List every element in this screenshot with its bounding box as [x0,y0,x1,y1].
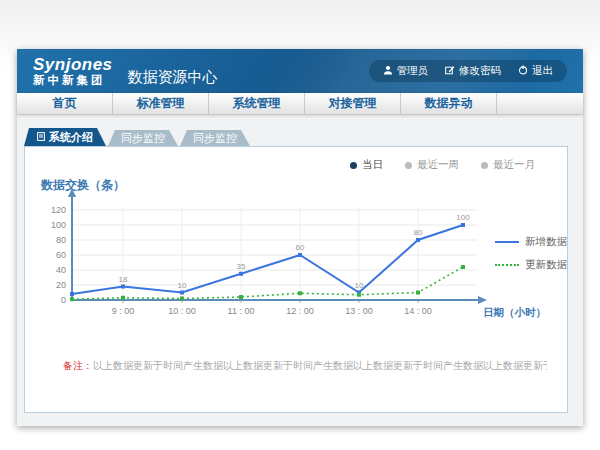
company-logo: Synjones 新中新集团 [33,56,113,86]
nav-menu: 首页标准管理系统管理对接管理数据异动 [17,93,583,115]
svg-text:20: 20 [56,280,66,290]
tab-strip: 系统介绍同步监控同步监控 [24,128,583,146]
svg-text:10: 10 [355,281,364,290]
user-menu-edit[interactable]: 修改密码 [445,64,501,78]
radio-dot-icon [350,162,357,169]
desktop-background: Synjones 新中新集团 数据资源中心 管理员修改密码退出 首页标准管理系统… [0,0,600,450]
svg-text:60: 60 [56,250,66,260]
chart-panel: 当日最近一周最近一月 数据交换（条） 0204060801001209 : 00… [24,146,568,413]
time-range-filter: 当日最近一周最近一月 [350,158,535,172]
logo-subtext: 新中新集团 [33,74,113,86]
svg-text:80: 80 [414,228,423,237]
page-title: 数据资源中心 [128,68,218,87]
svg-text:35: 35 [237,262,246,271]
svg-text:40: 40 [56,265,66,275]
doc-icon [37,128,45,146]
svg-text:80: 80 [56,235,66,245]
edit-icon [445,65,455,77]
content-area: 系统介绍同步监控同步监控 当日最近一周最近一月 数据交换（条） 02040608… [17,115,583,426]
tab-inactive[interactable]: 同步监控 [108,130,178,146]
footer-note: 备注：以上数据更新于时间产生数据以上数据更新于时间产生数据以上数据更新于时间产生… [63,359,547,373]
svg-text:60: 60 [296,243,305,252]
radio-dot-icon [405,162,412,169]
nav-item[interactable]: 系统管理 [209,93,305,114]
user-menu-power[interactable]: 退出 [518,64,553,78]
svg-text:日期（小时）: 日期（小时） [483,306,546,319]
legend-item: 更新数据 [495,258,567,272]
svg-text:12 : 00: 12 : 00 [286,306,314,316]
power-icon [518,65,528,77]
nav-item[interactable]: 标准管理 [113,93,209,114]
svg-text:100: 100 [456,213,470,222]
filter-option[interactable]: 最近一月 [481,158,535,172]
svg-text:13 : 00: 13 : 00 [345,306,373,316]
svg-text:120: 120 [51,205,66,215]
line-chart: 0204060801001209 : 0010 : 0011 : 0012 : … [25,187,570,337]
tab-active[interactable]: 系统介绍 [24,128,106,146]
note-text: 以上数据更新于时间产生数据以上数据更新于时间产生数据以上数据更新于时间产生数据以… [93,360,547,371]
user-menu: 管理员修改密码退出 [369,60,568,82]
nav-item[interactable]: 对接管理 [305,93,401,114]
filter-option[interactable]: 最近一周 [405,158,459,172]
nav-item[interactable]: 数据异动 [401,93,497,114]
series-legend: 新增数据更新数据 [495,235,567,281]
note-label: 备注： [63,360,93,371]
app-window: Synjones 新中新集团 数据资源中心 管理员修改密码退出 首页标准管理系统… [17,49,583,426]
filter-option[interactable]: 当日 [350,158,383,172]
svg-text:9 : 00: 9 : 00 [112,306,135,316]
logo-text: Synjones [33,56,113,74]
svg-text:18: 18 [119,275,128,284]
svg-text:100: 100 [51,220,66,230]
line-swatch-icon [495,264,519,266]
user-menu-user[interactable]: 管理员 [383,64,429,78]
line-swatch-icon [495,241,519,243]
nav-item[interactable]: 首页 [17,93,113,114]
tab-inactive[interactable]: 同步监控 [180,130,250,146]
svg-text:11 : 00: 11 : 00 [228,306,255,316]
svg-text:10 : 00: 10 : 00 [168,306,196,316]
radio-dot-icon [481,162,488,169]
user-icon [383,65,393,77]
svg-text:0: 0 [61,295,66,305]
svg-text:14 : 00: 14 : 00 [404,306,432,316]
app-header: Synjones 新中新集团 数据资源中心 管理员修改密码退出 [17,49,583,93]
svg-text:10: 10 [178,281,187,290]
legend-item: 新增数据 [495,235,567,249]
